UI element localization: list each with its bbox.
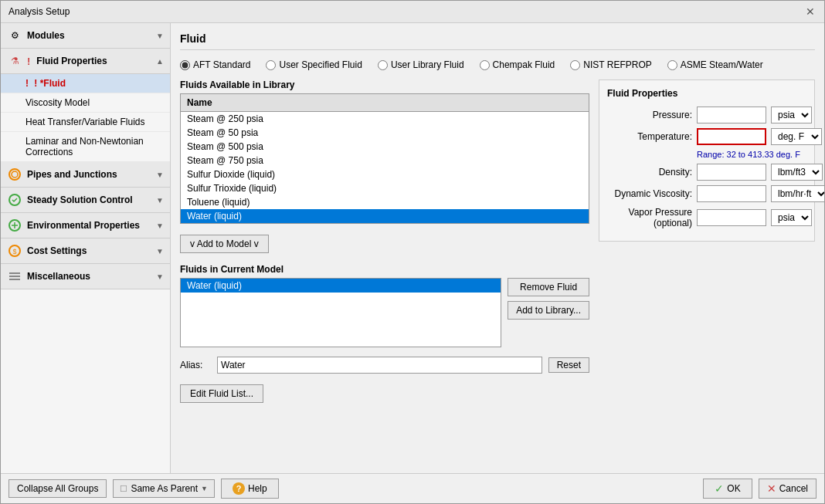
close-button[interactable]: ✕ — [804, 5, 817, 18]
radio-user-specified-label: User Specified Fluid — [279, 59, 362, 70]
sidebar-group-header-fluid[interactable]: ⚗ ! Fluid Properties ▲ — [1, 49, 170, 74]
radio-user-specified-input[interactable] — [266, 60, 276, 70]
help-icon: ? — [233, 482, 245, 495]
title-bar: Analysis Setup ✕ — [1, 1, 824, 23]
list-item[interactable]: Sulfur Trioxide (liquid) — [181, 181, 589, 195]
dropdown-arrow-icon: ▼ — [201, 485, 208, 492]
sidebar-cost-label: Cost Settings — [27, 245, 151, 256]
current-model-item[interactable]: Water (liquid) — [181, 279, 501, 293]
radio-chempak-input[interactable] — [480, 60, 490, 70]
pipe-icon — [7, 167, 22, 182]
fluid-alert-marker: ! — [34, 78, 37, 89]
alias-row: Alias: Reset — [180, 357, 589, 374]
vapor-pressure-unit-select[interactable]: psia bar — [771, 209, 812, 226]
radio-user-library[interactable]: User Library Fluid — [378, 59, 464, 70]
radio-nist-input[interactable] — [570, 60, 580, 70]
temperature-label: Temperature: — [607, 131, 692, 142]
cancel-x-icon: ✕ — [767, 482, 776, 495]
density-input[interactable] — [697, 164, 766, 181]
add-to-model-button[interactable]: v Add to Model v — [180, 235, 269, 253]
svg-text:$: $ — [12, 248, 16, 255]
temperature-range-text: Range: 32 to 413.33 deg. F — [697, 150, 806, 159]
collapse-all-button[interactable]: Collapse All Groups — [8, 479, 107, 498]
temperature-unit-select[interactable]: deg. F deg. C K — [771, 128, 822, 145]
svg-point-1 — [12, 171, 18, 178]
list-item[interactable]: Steam @ 50 psia — [181, 126, 589, 140]
library-section: Fluids Available in Library Name Steam @… — [180, 79, 589, 224]
radio-aft-standard-input[interactable] — [180, 60, 190, 70]
main-panel: Fluid AFT Standard User Specified Fluid … — [171, 23, 824, 473]
add-to-library-button[interactable]: Add to Library... — [508, 301, 589, 320]
library-list[interactable]: Name Steam @ 250 psia Steam @ 50 psia St… — [180, 93, 589, 224]
radio-asme[interactable]: ASME Steam/Water — [667, 59, 763, 70]
current-model-section: Fluids in Current Model Water (liquid) R… — [180, 264, 589, 347]
dynamic-viscosity-label: Dynamic Viscosity: — [607, 188, 692, 199]
reset-button[interactable]: Reset — [548, 357, 589, 373]
sidebar-group-fluid-properties: ⚗ ! Fluid Properties ▲ ! *Fluid Viscosit… — [1, 49, 170, 162]
same-as-parent-label: Same As Parent — [131, 483, 198, 494]
svg-rect-7 — [9, 276, 20, 277]
help-button[interactable]: ? Help — [221, 479, 279, 499]
alias-input[interactable] — [217, 357, 542, 374]
pressure-label: Pressure: — [607, 110, 692, 120]
list-item[interactable]: Steam @ 500 psia — [181, 140, 589, 154]
cost-icon: $ — [7, 243, 22, 259]
ok-button[interactable]: ✓ OK — [703, 479, 752, 499]
dynamic-viscosity-row: Dynamic Viscosity: lbm/hr·ft cP — [607, 185, 806, 202]
list-item[interactable]: Steam @ 750 psia — [181, 154, 589, 167]
panel-title: Fluid — [180, 32, 815, 50]
main-content: ⚙ Modules ▼ ⚗ ! Fluid Properties ▲ ! *Fl… — [1, 23, 824, 473]
left-column: Fluids Available in Library Name Steam @… — [180, 79, 589, 464]
radio-aft-standard[interactable]: AFT Standard — [180, 59, 250, 70]
list-item[interactable]: Steam @ 250 psia — [181, 112, 589, 126]
library-column-header: Name — [181, 94, 589, 112]
two-col-layout: Fluids Available in Library Name Steam @… — [180, 79, 815, 464]
sidebar-environmental-label: Environmental Properties — [27, 220, 151, 231]
dynamic-viscosity-unit-select[interactable]: lbm/hr·ft cP — [771, 185, 824, 202]
misc-icon — [7, 269, 22, 284]
density-unit-select[interactable]: lbm/ft3 kg/m3 — [771, 164, 823, 181]
window-title: Analysis Setup — [8, 6, 70, 17]
ok-check-icon: ✓ — [715, 482, 724, 495]
svg-rect-8 — [9, 279, 20, 280]
current-model-list[interactable]: Water (liquid) — [180, 278, 501, 347]
environmental-icon — [7, 218, 22, 233]
cancel-button[interactable]: ✕ Cancel — [759, 479, 817, 499]
sidebar-group-header-misc[interactable]: Miscellaneous ▼ — [1, 264, 170, 289]
gear-icon: ⚙ — [7, 28, 22, 43]
sidebar-item-viscosity[interactable]: Viscosity Model — [1, 93, 170, 113]
list-item[interactable]: Sulfur Dioxide (liquid) — [181, 167, 589, 181]
sidebar-group-header-pipes[interactable]: Pipes and Junctions ▼ — [1, 162, 170, 188]
sidebar-item-fluid[interactable]: ! *Fluid — [1, 74, 170, 93]
radio-chempak[interactable]: Chempak Fluid — [480, 59, 555, 70]
sidebar-item-laminar[interactable]: Laminar and Non-Newtonian Corrections — [1, 132, 170, 162]
sidebar-group-header-modules[interactable]: ⚙ Modules ▼ — [1, 23, 170, 49]
vapor-pressure-row: Vapor Pressure(optional) psia bar — [607, 207, 806, 228]
sidebar-group-header-environmental[interactable]: Environmental Properties ▼ — [1, 213, 170, 238]
bottom-right: ✓ OK ✕ Cancel — [703, 479, 817, 499]
radio-user-specified[interactable]: User Specified Fluid — [266, 59, 362, 70]
chevron-cost-icon: ▼ — [156, 247, 164, 255]
temperature-input[interactable] — [697, 128, 766, 145]
sidebar-item-heat-transfer[interactable]: Heat Transfer/Variable Fluids — [1, 113, 170, 132]
sidebar-group-header-steady[interactable]: Steady Solution Control ▼ — [1, 188, 170, 213]
sidebar-laminar-label: Laminar and Non-Newtonian Corrections — [25, 136, 144, 157]
same-as-parent-button[interactable]: ☐ Same As Parent ▼ — [113, 479, 215, 498]
list-item[interactable]: Toluene (liquid) — [181, 195, 589, 209]
radio-asme-input[interactable] — [667, 60, 677, 70]
radio-nist[interactable]: NIST REFPROP — [570, 59, 651, 70]
list-item[interactable]: Water (liquid) — [181, 209, 589, 223]
pressure-input[interactable] — [697, 107, 766, 123]
flask-icon: ⚗ — [7, 53, 22, 69]
remove-fluid-button[interactable]: Remove Fluid — [508, 278, 589, 296]
pressure-unit-select[interactable]: psia bar kPa — [771, 107, 812, 123]
edit-fluid-list-button[interactable]: Edit Fluid List... — [180, 384, 263, 403]
chevron-fluid-icon: ▲ — [156, 57, 164, 66]
vapor-pressure-input[interactable] — [697, 209, 766, 226]
radio-user-library-input[interactable] — [378, 60, 388, 70]
radio-aft-standard-label: AFT Standard — [193, 59, 250, 70]
sidebar-group-header-cost[interactable]: $ Cost Settings ▼ — [1, 238, 170, 264]
dynamic-viscosity-input[interactable] — [697, 185, 766, 202]
radio-user-library-label: User Library Fluid — [391, 59, 464, 70]
temperature-row: Temperature: deg. F deg. C K — [607, 128, 806, 145]
